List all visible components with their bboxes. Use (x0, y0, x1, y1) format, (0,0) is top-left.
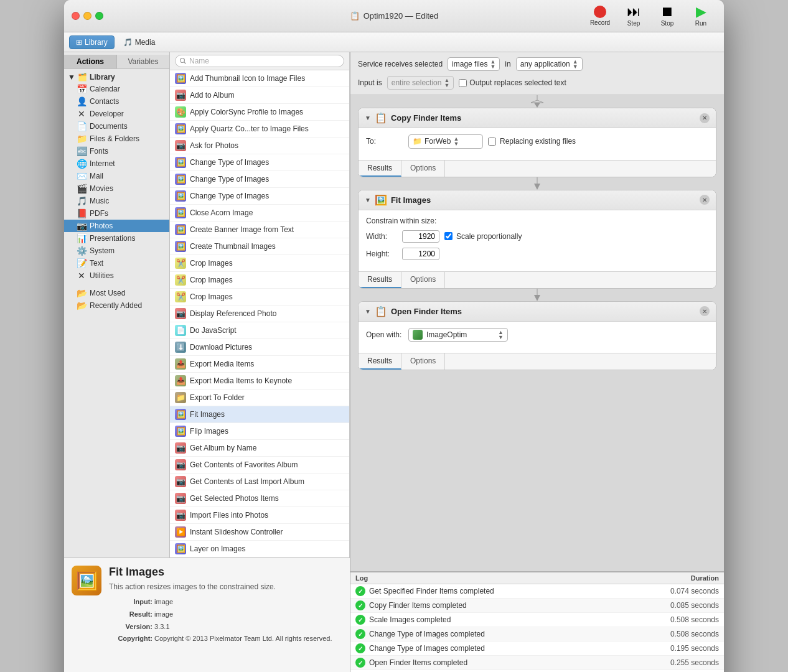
action-list-item[interactable]: 📷 Get Contents of Favorites Album (170, 457, 349, 474)
action-list-item[interactable]: 📷 Add to Album (170, 87, 349, 104)
sidebar-item-text[interactable]: 📝 Text (64, 257, 169, 269)
input-label: Input: (109, 596, 152, 609)
connector-1 (350, 177, 724, 190)
recently-added-icon: 📂 (77, 301, 87, 310)
action-list-item[interactable]: 📷 Get Album by Name (170, 440, 349, 457)
media-icon: 🎵 (123, 38, 133, 47)
copy-results-tab[interactable]: Results (359, 161, 401, 177)
action-list-item[interactable]: 📷 Get Contents of Last Import Album (170, 474, 349, 490)
action-list-item[interactable]: 🖼️ Close Acorn Image (170, 205, 349, 222)
service-type-select[interactable]: image files ▲▼ (448, 57, 500, 71)
height-input[interactable] (402, 248, 439, 260)
width-input[interactable] (402, 230, 439, 243)
sidebar-item-presentations[interactable]: 📊 Presentations (64, 232, 169, 245)
minimize-button[interactable] (83, 12, 91, 20)
sidebar-item-system[interactable]: ⚙️ System (64, 245, 169, 257)
open-results-tab[interactable]: Results (359, 353, 401, 370)
sidebar-item-pdfs[interactable]: 📕 PDFs (64, 207, 169, 220)
library-icon: ⊞ (76, 38, 82, 47)
open-finder-close-button[interactable]: ✕ (700, 306, 710, 316)
sidebar-item-most-used[interactable]: 📂 Most Used (64, 287, 169, 299)
action-item-icon: 📷 (175, 476, 186, 487)
variables-tab[interactable]: Variables (117, 55, 169, 68)
action-list-item[interactable]: 🎨 Apply ColorSync Profile to Images (170, 104, 349, 121)
media-tab[interactable]: 🎵 Media (117, 36, 162, 49)
sidebar-item-calendar[interactable]: 📅 Calendar (64, 83, 169, 95)
action-list-item[interactable]: 📷 Get Selected Photos Items (170, 490, 349, 507)
action-item-icon: 🖼️ (175, 157, 186, 168)
sidebar-item-fonts[interactable]: 🔤 Fonts (64, 145, 169, 157)
action-list-item[interactable]: 📄 Do JavaScript (170, 322, 349, 339)
action-list-item[interactable]: 📤 Export Media Items to Keynote (170, 373, 349, 390)
sidebar-item-recently-added[interactable]: 📂 Recently Added (64, 299, 169, 312)
service-receives-label: Service receives selected (358, 60, 443, 68)
library-section-header[interactable]: ▼ 🗂️ Library (64, 72, 169, 83)
action-item-label: Download Pictures (190, 343, 252, 352)
action-item-label: Instant Slideshow Controller (190, 528, 283, 536)
action-item-label: Apply ColorSync Profile to Images (190, 108, 303, 116)
sidebar-item-utilities[interactable]: ✕ Utilities (64, 269, 169, 282)
sidebar-item-mail[interactable]: ✉️ Mail (64, 170, 169, 182)
sidebar-item-files-folders[interactable]: 📁 Files & Folders (64, 133, 169, 145)
open-with-row: Open with: ImageOptim ▲▼ (366, 328, 708, 342)
action-list-item[interactable]: ✂️ Crop Images (170, 289, 349, 306)
sidebar-item-internet[interactable]: 🌐 Internet (64, 157, 169, 170)
open-options-tab[interactable]: Options (401, 353, 445, 370)
step-button[interactable]: ⏭ Step (618, 2, 649, 29)
action-list-item[interactable]: 🖼️ Layer on Images (170, 541, 349, 558)
actions-tab[interactable]: Actions (64, 55, 117, 68)
to-select[interactable]: 📁 ForWeb ▲▼ (408, 134, 483, 148)
sidebar-item-music[interactable]: 🎵 Music (64, 195, 169, 207)
sidebar-item-documents[interactable]: 📄 Documents (64, 120, 169, 133)
action-list-item[interactable]: ✂️ Crop Images (170, 255, 349, 272)
action-list-item[interactable]: 📷 Ask for Photos (170, 138, 349, 154)
copy-finder-close-button[interactable]: ✕ (700, 113, 710, 123)
application-select[interactable]: any application ▲▼ (516, 57, 583, 71)
copy-options-tab[interactable]: Options (401, 161, 445, 177)
close-button[interactable] (72, 12, 80, 20)
action-list-item[interactable]: 🖼️ Create Thumbnail Images (170, 238, 349, 255)
action-item-icon: 🖼️ (175, 123, 186, 134)
action-item-label: Export To Folder (190, 393, 245, 402)
action-list-item[interactable]: ▶️ Instant Slideshow Controller (170, 524, 349, 541)
action-list-item[interactable]: 📁 Export To Folder (170, 390, 349, 406)
run-button[interactable]: ▶ Run (685, 2, 716, 29)
constrain-label: Constrain within size: (366, 217, 708, 225)
sidebar-item-movies[interactable]: 🎬 Movies (64, 182, 169, 195)
card3-triangle: ▼ (365, 308, 371, 315)
action-list-item[interactable]: ⬇️ Download Pictures (170, 339, 349, 356)
library-tab[interactable]: ⊞ Library (69, 35, 115, 49)
sidebar-item-developer[interactable]: ✕ Developer (64, 108, 169, 120)
zoom-button[interactable] (95, 12, 103, 20)
action-list-item[interactable]: 🖼️ Change Type of Images (170, 171, 349, 188)
action-list-item[interactable]: ✂️ Crop Images (170, 272, 349, 289)
action-list-item[interactable]: 🖼️ Apply Quartz Co...ter to Image Files (170, 121, 349, 138)
scale-checkbox[interactable] (444, 232, 453, 240)
copyright-label: Copyright: (109, 633, 152, 645)
input-selection-select[interactable]: entire selection ▲▼ (387, 76, 454, 90)
output-replaces-checkbox[interactable] (459, 79, 467, 87)
action-list-item[interactable]: 🖼️ Flip Images (170, 423, 349, 440)
fit-images-close-button[interactable]: ✕ (700, 195, 710, 205)
stop-button[interactable]: ⏹ Stop (652, 2, 683, 29)
sidebar-item-contacts[interactable]: 👤 Contacts (64, 95, 169, 108)
record-button[interactable]: Record (584, 3, 616, 29)
action-list-item[interactable]: 🖼️ Change Type of Images (170, 154, 349, 171)
action-list-item[interactable]: 🖼️ Add Thumbnail Icon to Image Files (170, 70, 349, 87)
open-with-select[interactable]: ImageOptim ▲▼ (408, 328, 508, 342)
library-triangle: ▼ (68, 73, 75, 82)
sidebar-item-photos[interactable]: 📷 Photos (64, 220, 169, 232)
media-label: Media (135, 38, 156, 47)
fit-results-tab[interactable]: Results (359, 272, 401, 288)
fit-options-tab[interactable]: Options (401, 272, 445, 288)
action-list-item[interactable]: 🖼️ Fit Images (170, 406, 349, 423)
replacing-checkbox[interactable] (488, 138, 496, 146)
to-select-arrows: ▲▼ (453, 136, 459, 146)
action-list-item[interactable]: 📤 Export Media Items (170, 356, 349, 373)
action-list-item[interactable]: 🖼️ Create Banner Image from Text (170, 222, 349, 238)
output-replaces-text: Output replaces selected text (469, 78, 566, 87)
search-input[interactable] (175, 55, 344, 67)
action-list-item[interactable]: 📷 Import Files into Photos (170, 507, 349, 524)
action-list-item[interactable]: 🖼️ Change Type of Images (170, 188, 349, 205)
action-list-item[interactable]: 📷 Display Referenced Photo (170, 306, 349, 322)
